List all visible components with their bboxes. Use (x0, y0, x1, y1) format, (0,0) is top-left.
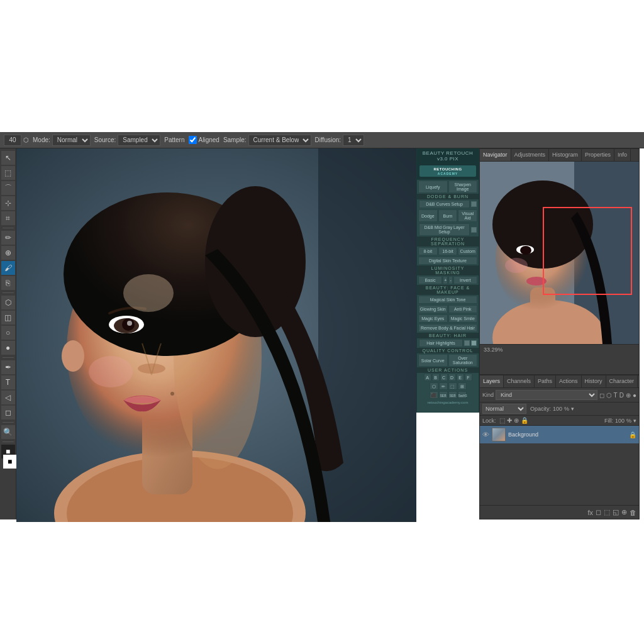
fx-icon[interactable]: fx (587, 509, 593, 516)
glowing-skin-btn[interactable]: Glowing Skin (418, 305, 448, 313)
digital-skin-btn[interactable]: Digital Skin Texture (418, 257, 477, 265)
invert-btn[interactable]: Invert (453, 276, 477, 284)
custom-btn[interactable]: Custom (458, 247, 477, 255)
delete-layer-icon[interactable]: 🗑 (630, 509, 636, 516)
dbb-curves-check[interactable] (471, 201, 477, 207)
tab-adjustments[interactable]: Adjustments (511, 149, 550, 161)
tab-character[interactable]: Character (606, 375, 638, 387)
tool-lasso[interactable]: ⌒ (1, 181, 15, 195)
size-input[interactable]: 40 (4, 135, 21, 146)
blend-mode-select[interactable]: Normal (482, 404, 526, 414)
tab-properties[interactable]: Properties (582, 149, 614, 161)
remove-hair-btn[interactable]: Remove Body & Facial Hair (418, 324, 477, 332)
lock-pixels-icon[interactable]: ⬚ (499, 417, 505, 424)
tool-eyedropper[interactable]: ✏ (1, 231, 15, 245)
mode-select[interactable]: Normal (52, 135, 91, 146)
tool-dodge[interactable]: ● (1, 341, 15, 355)
tool-eraser[interactable]: ⬡ (1, 296, 15, 309)
over-saturation-btn[interactable]: Over Saturation (448, 354, 478, 367)
tool-zoom[interactable]: 🔍 (1, 425, 15, 439)
new-group-icon[interactable]: ⬚ (604, 508, 610, 516)
new-fill-icon[interactable]: ◻ (596, 508, 601, 516)
magic-eyes-btn[interactable]: Magic Eyes (418, 314, 448, 323)
tool-brush[interactable]: 🖌 (1, 261, 15, 275)
icon-btn-6[interactable]: SEB (439, 391, 448, 399)
16bit-btn[interactable]: 16-bit (438, 247, 458, 255)
tool-path-select[interactable]: ◁ (1, 391, 15, 404)
icon-btn-1[interactable]: ⬡ (430, 382, 438, 390)
letter-c-btn[interactable]: C (440, 374, 448, 381)
tab-navigator[interactable]: Navigator (480, 149, 511, 161)
layer-visibility-icon[interactable]: 👁 (482, 431, 489, 438)
tab-histogram[interactable]: Histogram (549, 149, 582, 161)
dbb-gray-btn[interactable]: D&B Mid Gray Layer Setup (419, 223, 470, 236)
hair-highlights-check[interactable] (464, 340, 470, 346)
tool-move[interactable]: ↖ (1, 151, 15, 165)
tool-heal[interactable]: ⊕ (1, 246, 15, 260)
hair-highlights-btn[interactable]: Hair Highlights (419, 339, 463, 347)
icon-btn-7[interactable]: SEB (448, 391, 457, 399)
tab-channels[interactable]: Channels (504, 375, 535, 387)
kind-select[interactable]: Kind (496, 390, 597, 400)
tool-blur[interactable]: ○ (1, 326, 15, 340)
background-layer-row[interactable]: 👁 Background 🔒 (480, 426, 639, 443)
opacity-arrow: ▾ (571, 406, 574, 412)
icon-btn-8[interactable]: SatAS (458, 391, 467, 399)
letter-d-btn[interactable]: D (448, 374, 456, 381)
icon-btn-5[interactable]: ⬛ (430, 391, 438, 399)
tab-info[interactable]: Info (614, 149, 631, 161)
letter-f-btn[interactable]: F (465, 374, 472, 381)
lock-all-icon[interactable]: 🔒 (521, 417, 528, 424)
hair-highlights-check2[interactable] (471, 340, 477, 346)
icon-btn-2[interactable]: ✏ (439, 382, 448, 390)
tool-select-rect[interactable]: ⬚ (1, 166, 15, 180)
minus-btn[interactable]: - (448, 276, 452, 284)
liquefy-btn[interactable]: Liquefy (418, 180, 448, 193)
tab-paths[interactable]: Paths (535, 375, 556, 387)
tool-type[interactable]: T (1, 375, 15, 389)
tool-crop[interactable]: ⌗ (1, 211, 15, 225)
source-select[interactable]: Sampled (118, 135, 160, 146)
letter-b-btn[interactable]: B (432, 374, 440, 381)
icon-btn-3[interactable]: ⬚ (448, 382, 457, 390)
dbb-curves-btn[interactable]: D&B Curves Setup (419, 200, 470, 208)
filter-toggle-icon[interactable]: ● (633, 392, 636, 399)
plus-btn[interactable]: + (443, 276, 448, 284)
tab-layers[interactable]: Layers (480, 375, 504, 387)
create-mask-icon[interactable]: ⊕ (621, 508, 627, 516)
tool-magic-wand[interactable]: ⊹ (1, 196, 15, 210)
magical-skin-btn[interactable]: Magical Skin Tone (418, 296, 477, 304)
dodge-btn[interactable]: Dodge (418, 209, 438, 222)
lock-artboard-icon[interactable]: ⊕ (514, 417, 519, 424)
new-layer-icon[interactable]: ◱ (613, 508, 619, 516)
aligned-check[interactable]: Aligned (189, 136, 219, 144)
burn-btn[interactable]: Burn (438, 209, 458, 222)
visual-aid-btn[interactable]: Visual Aid (458, 209, 477, 222)
basic-btn[interactable]: Basic (418, 276, 442, 284)
solar-curve-btn[interactable]: Solar Curve (418, 354, 448, 367)
beauty-panel-header: BEAUTY RETOUCH v3.0 PIX (417, 149, 479, 163)
aligned-checkbox[interactable] (189, 136, 197, 144)
tool-pen[interactable]: ✒ (1, 360, 15, 374)
tool-gradient[interactable]: ◫ (1, 311, 15, 325)
background-color[interactable]: ■ (3, 455, 17, 469)
anti-pink-btn[interactable]: Anti Pink (448, 305, 478, 313)
letter-a-btn[interactable]: A (424, 374, 431, 381)
sharpen-btn[interactable]: Sharpen Image (448, 180, 478, 193)
lock-position-icon[interactable]: ✚ (507, 417, 512, 424)
tab-paragraph[interactable]: Paragraph (638, 375, 639, 387)
diffusion-select[interactable]: 1 (343, 135, 364, 146)
magic-smile-btn[interactable]: Magic Smile (448, 314, 478, 323)
tool-shape[interactable]: ◻ (1, 406, 15, 419)
icon-btn-4[interactable]: ⊞ (458, 382, 467, 390)
8bit-btn[interactable]: 8-bit (418, 247, 438, 255)
sample-select[interactable]: Current & Below (248, 135, 311, 146)
luminosity-section: LUMINOSITY MASKING (417, 265, 479, 275)
tab-history[interactable]: History (582, 375, 606, 387)
main-image (16, 148, 416, 522)
tool-clone[interactable]: ⎘ (1, 276, 15, 290)
dbb-gray-check[interactable] (471, 227, 477, 233)
tab-actions[interactable]: Actions (556, 375, 582, 387)
svg-point-18 (123, 274, 174, 312)
letter-e-btn[interactable]: E (457, 374, 464, 381)
